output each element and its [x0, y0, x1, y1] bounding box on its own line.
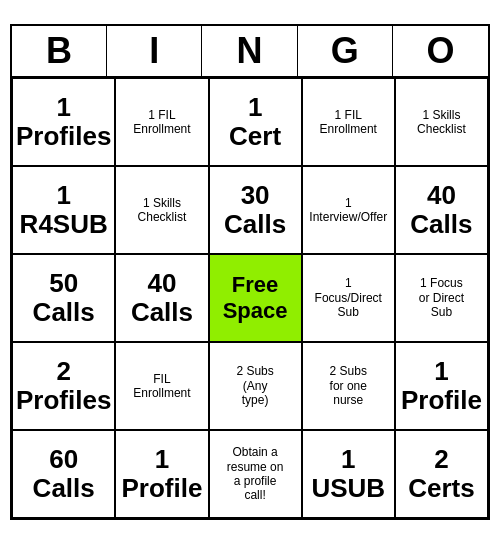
- header-letter: O: [393, 26, 488, 76]
- header-letter: I: [107, 26, 202, 76]
- header-letter: N: [202, 26, 297, 76]
- bingo-cell: 1Profile: [395, 342, 488, 430]
- bingo-cell: Obtain aresume ona profilecall!: [209, 430, 302, 518]
- bingo-cell: 1USUB: [302, 430, 395, 518]
- bingo-cell: 1 FILEnrollment: [115, 78, 208, 166]
- bingo-cell: 1R4SUB: [12, 166, 115, 254]
- bingo-cell: FILEnrollment: [115, 342, 208, 430]
- bingo-cell: 2 Subsfor onenurse: [302, 342, 395, 430]
- bingo-cell: 1 Focusor DirectSub: [395, 254, 488, 342]
- bingo-cell: 1Profile: [115, 430, 208, 518]
- bingo-cell: 40Calls: [395, 166, 488, 254]
- bingo-cell: 1 FILEnrollment: [302, 78, 395, 166]
- bingo-cell: 60Calls: [12, 430, 115, 518]
- bingo-header: BINGO: [12, 26, 488, 78]
- bingo-cell: 50Calls: [12, 254, 115, 342]
- bingo-cell: 40Calls: [115, 254, 208, 342]
- bingo-cell: 2Certs: [395, 430, 488, 518]
- bingo-grid: 1Profiles1 FILEnrollment1Cert1 FILEnroll…: [12, 78, 488, 518]
- header-letter: G: [298, 26, 393, 76]
- bingo-cell: 1 SkillsChecklist: [395, 78, 488, 166]
- bingo-cell: 1Focus/DirectSub: [302, 254, 395, 342]
- bingo-cell: FreeSpace: [209, 254, 302, 342]
- bingo-cell: 2Profiles: [12, 342, 115, 430]
- header-letter: B: [12, 26, 107, 76]
- bingo-cell: 2 Subs(Anytype): [209, 342, 302, 430]
- bingo-cell: 1Cert: [209, 78, 302, 166]
- bingo-card: BINGO 1Profiles1 FILEnrollment1Cert1 FIL…: [10, 24, 490, 520]
- bingo-cell: 1 SkillsChecklist: [115, 166, 208, 254]
- bingo-cell: 1Interview/Offer: [302, 166, 395, 254]
- bingo-cell: 1Profiles: [12, 78, 115, 166]
- bingo-cell: 30Calls: [209, 166, 302, 254]
